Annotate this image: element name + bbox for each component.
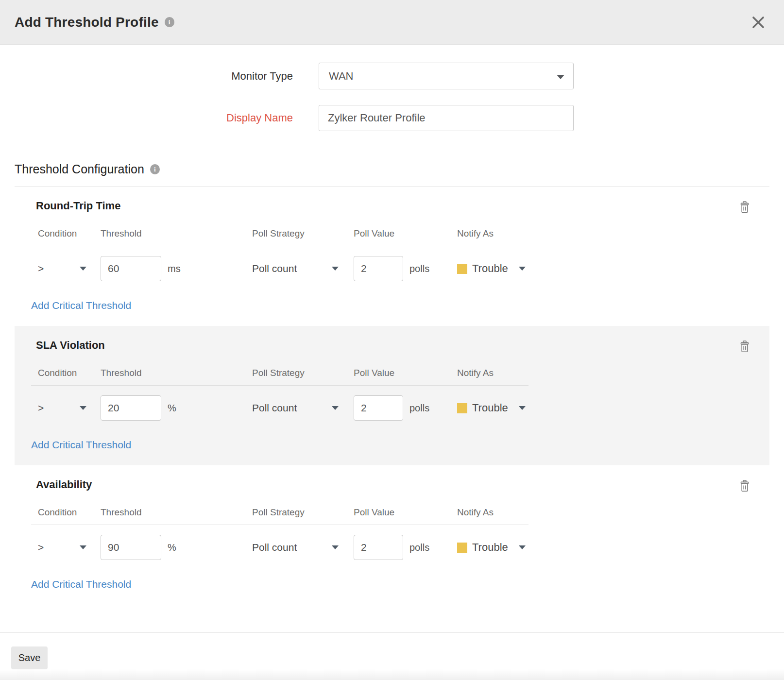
threshold-table-header: Condition Threshold Poll Strategy Poll V…	[31, 228, 528, 246]
info-icon: i	[150, 164, 160, 174]
dialog-footer: Save	[0, 632, 784, 669]
add-critical-threshold-link[interactable]: Add Critical Threshold	[31, 439, 131, 451]
threshold-configuration-heading: Threshold Configuration	[15, 162, 144, 176]
threshold-table: Condition Threshold Poll Strategy Poll V…	[31, 507, 528, 571]
threshold-table: Condition Threshold Poll Strategy Poll V…	[31, 228, 528, 292]
condition-select[interactable]: >	[38, 263, 86, 274]
section-title: Round-Trip Time	[15, 199, 769, 213]
threshold-table-header: Condition Threshold Poll Strategy Poll V…	[31, 507, 528, 525]
notify-as-value: Trouble	[472, 262, 508, 275]
threshold-section-round-trip-time: Round-Trip Time Condition Threshold Poll…	[15, 187, 769, 326]
chevron-down-icon	[332, 545, 339, 549]
trash-icon	[739, 340, 750, 353]
delete-section-button[interactable]	[737, 478, 752, 494]
threshold-unit: ms	[168, 263, 181, 274]
poll-strategy-value: Poll count	[252, 542, 297, 553]
condition-select[interactable]: >	[38, 402, 86, 414]
column-header-poll-strategy: Poll Strategy	[252, 228, 354, 239]
monitor-type-row: Monitor Type WAN	[0, 63, 784, 89]
threshold-row: > ms Poll count polls	[31, 246, 528, 292]
save-button[interactable]: Save	[11, 646, 48, 669]
notify-as-select[interactable]: Trouble	[457, 541, 535, 554]
poll-strategy-select[interactable]: Poll count	[252, 542, 339, 553]
threshold-configuration-heading-wrap: Threshold Configuration i	[0, 162, 784, 187]
trouble-color-swatch	[457, 543, 467, 553]
add-critical-threshold-link[interactable]: Add Critical Threshold	[31, 300, 131, 311]
notify-as-value: Trouble	[472, 541, 508, 554]
delete-section-button[interactable]	[737, 339, 752, 355]
poll-value-unit: polls	[409, 263, 429, 274]
bottom-fade	[0, 669, 784, 680]
condition-select[interactable]: >	[38, 542, 86, 553]
poll-value-unit: polls	[409, 542, 429, 553]
column-header-threshold: Threshold	[101, 228, 252, 239]
monitor-type-label: Monitor Type	[0, 70, 293, 83]
threshold-section-sla-violation: SLA Violation Condition Threshold Poll S…	[15, 326, 769, 465]
condition-value: >	[38, 542, 44, 553]
threshold-input[interactable]	[101, 535, 161, 560]
display-name-input[interactable]	[319, 105, 574, 131]
chevron-down-icon	[80, 267, 86, 271]
chevron-down-icon	[557, 75, 564, 79]
condition-value: >	[38, 263, 44, 274]
trouble-color-swatch	[457, 403, 467, 413]
column-header-threshold: Threshold	[101, 368, 252, 378]
chevron-down-icon	[519, 545, 526, 549]
section-title: SLA Violation	[15, 339, 769, 352]
column-header-poll-strategy: Poll Strategy	[252, 368, 354, 378]
chevron-down-icon	[332, 406, 339, 410]
column-header-notify-as: Notify As	[457, 507, 535, 518]
monitor-type-value: WAN	[329, 70, 354, 83]
delete-section-button[interactable]	[737, 199, 752, 215]
threshold-row: > % Poll count polls	[31, 525, 528, 571]
add-critical-threshold-link[interactable]: Add Critical Threshold	[31, 578, 131, 590]
poll-strategy-value: Poll count	[252, 263, 297, 274]
chevron-down-icon	[332, 267, 339, 271]
column-header-poll-value: Poll Value	[354, 368, 457, 378]
threshold-row: > % Poll count polls	[31, 386, 528, 431]
threshold-table: Condition Threshold Poll Strategy Poll V…	[31, 368, 528, 431]
column-header-threshold: Threshold	[101, 507, 252, 518]
column-header-condition: Condition	[31, 507, 101, 518]
column-header-notify-as: Notify As	[457, 368, 535, 378]
poll-value-input[interactable]	[354, 535, 403, 560]
threshold-input[interactable]	[101, 395, 161, 421]
poll-value-input[interactable]	[354, 395, 403, 421]
notify-as-value: Trouble	[472, 402, 508, 414]
monitor-type-select[interactable]: WAN	[319, 63, 574, 89]
poll-strategy-select[interactable]: Poll count	[252, 263, 339, 274]
poll-value-input[interactable]	[354, 256, 403, 281]
add-threshold-profile-dialog: Add Threshold Profile i Monitor Type WAN…	[0, 0, 784, 680]
poll-strategy-value: Poll count	[252, 402, 297, 414]
display-name-row: Display Name	[0, 105, 784, 131]
dialog-header: Add Threshold Profile i	[0, 0, 784, 45]
column-header-condition: Condition	[31, 368, 101, 378]
threshold-unit: %	[168, 542, 176, 553]
poll-strategy-select[interactable]: Poll count	[252, 402, 339, 414]
condition-value: >	[38, 402, 44, 414]
threshold-input[interactable]	[101, 256, 161, 281]
column-header-poll-value: Poll Value	[354, 507, 457, 518]
dialog-title: Add Threshold Profile	[15, 15, 159, 30]
threshold-table-header: Condition Threshold Poll Strategy Poll V…	[31, 368, 528, 386]
column-header-condition: Condition	[31, 228, 101, 239]
chevron-down-icon	[519, 267, 526, 271]
section-title: Availability	[15, 478, 769, 492]
chevron-down-icon	[80, 545, 86, 549]
close-button[interactable]	[749, 13, 767, 32]
chevron-down-icon	[80, 406, 86, 410]
trouble-color-swatch	[457, 264, 467, 274]
column-header-notify-as: Notify As	[457, 228, 535, 239]
poll-value-unit: polls	[409, 403, 429, 414]
threshold-section-availability: Availability Condition Threshold Poll St…	[15, 465, 769, 605]
info-icon: i	[165, 17, 174, 27]
column-header-poll-value: Poll Value	[354, 228, 457, 239]
display-name-label: Display Name	[0, 112, 293, 124]
threshold-unit: %	[168, 403, 176, 414]
profile-form: Monitor Type WAN Display Name	[0, 45, 784, 131]
chevron-down-icon	[519, 406, 526, 410]
trash-icon	[739, 480, 750, 492]
column-header-poll-strategy: Poll Strategy	[252, 507, 354, 518]
notify-as-select[interactable]: Trouble	[457, 402, 535, 414]
notify-as-select[interactable]: Trouble	[457, 262, 535, 275]
